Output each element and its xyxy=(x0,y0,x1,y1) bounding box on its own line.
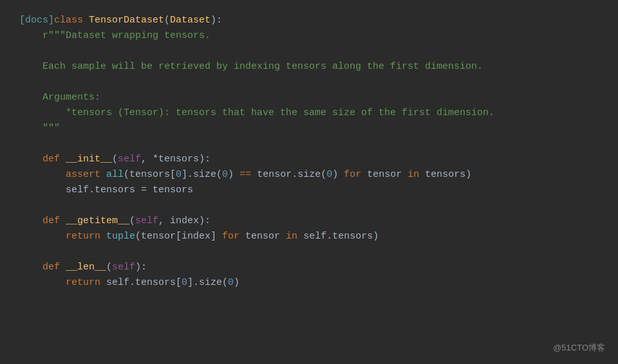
docstr-open: r"""Dataset wrapping tensors. xyxy=(42,30,211,41)
code-line-7: *tensors (Tensor): tensors that have the… xyxy=(19,105,599,121)
code-line-14: def __getitem__(self, index): xyxy=(19,214,599,229)
kw-class: class xyxy=(54,15,89,26)
code-line-17: def __len__(self): xyxy=(19,260,599,275)
code-container: [docs]class TensorDataset(Dataset): r"""… xyxy=(0,0,618,364)
code-line-4: Each sample will be retrieved by indexin… xyxy=(19,59,599,75)
code-line-16 xyxy=(19,244,599,260)
code-line-9 xyxy=(19,136,599,152)
code-line-8: """ xyxy=(19,121,599,136)
code-line-12: self.tensors = tensors xyxy=(19,183,599,198)
code-line-3 xyxy=(19,44,599,59)
class-name: TensorDataset xyxy=(89,15,164,26)
code-line-10: def __init__(self, *tensors): xyxy=(19,152,599,167)
code-line-13 xyxy=(19,198,599,214)
code-line-5 xyxy=(19,75,599,90)
code-line-6: Arguments: xyxy=(19,90,599,105)
code-line-15: return tuple(tensor[index] for tensor in… xyxy=(19,229,599,244)
docs-link[interactable]: [docs] xyxy=(19,15,54,26)
code-line-2: r"""Dataset wrapping tensors. xyxy=(19,28,599,44)
code-line-1: [docs]class TensorDataset(Dataset): xyxy=(19,13,599,28)
watermark: @51CTO博客 xyxy=(553,341,605,355)
code-line-11: assert all(tensors[0].size(0) == tensor.… xyxy=(19,167,599,183)
code-line-18: return self.tensors[0].size(0) xyxy=(19,275,599,291)
